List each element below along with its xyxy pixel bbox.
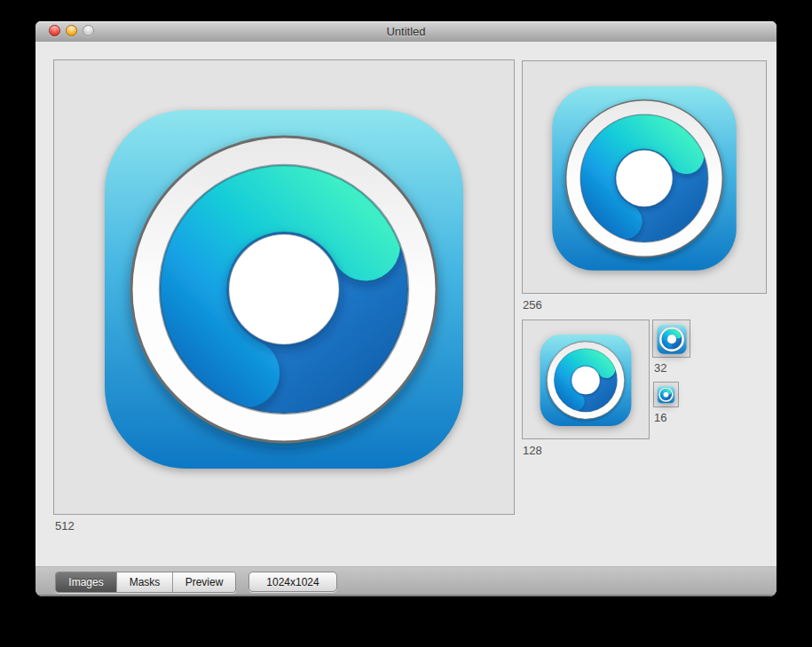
- titlebar[interactable]: Untitled: [35, 21, 777, 43]
- app-icon-256: [544, 77, 745, 278]
- desktop: { "window": { "title": "Untitled" }, "pr…: [0, 0, 812, 647]
- image-well-128[interactable]: [522, 320, 650, 439]
- app-icon-512: [89, 92, 479, 483]
- content-area: 512 256 128 32 16: [35, 42, 777, 567]
- tab-preview[interactable]: Preview: [172, 572, 235, 592]
- view-segmented-control: Images Masks Preview: [55, 572, 236, 593]
- bottom-toolbar: Images Masks Preview 1024x1024: [35, 566, 777, 596]
- app-icon-128: [536, 330, 635, 430]
- tab-masks[interactable]: Masks: [116, 572, 172, 592]
- app-icon-16: [657, 385, 675, 404]
- image-well-32[interactable]: [652, 320, 690, 358]
- size-label-16: 16: [654, 411, 666, 424]
- image-well-16[interactable]: [653, 382, 679, 407]
- size-label-128: 128: [523, 444, 542, 457]
- size-label-512: 512: [55, 519, 75, 533]
- canvas-size-button[interactable]: 1024x1024: [248, 572, 337, 592]
- window-title: Untitled: [35, 21, 777, 42]
- size-label-32: 32: [654, 361, 666, 375]
- image-well-512[interactable]: [53, 59, 515, 515]
- app-window: Untitled: [35, 21, 777, 596]
- app-icon-32: [656, 323, 688, 355]
- size-label-256: 256: [523, 298, 542, 312]
- tab-images[interactable]: Images: [56, 572, 116, 592]
- image-well-256[interactable]: [522, 60, 767, 294]
